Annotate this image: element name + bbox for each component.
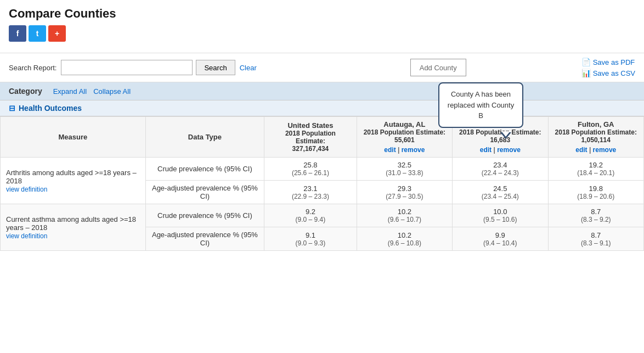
alamosa-edit-remove: edit | remove xyxy=(458,146,542,154)
tooltip-container: County A has been replaced with County B xyxy=(438,82,523,128)
county3-ci: (8.3 – 9.1) xyxy=(554,239,638,247)
county1-value-cell: 29.3(27.9 – 30.5) xyxy=(357,181,452,204)
data-type-cell: Crude prevalence % (95% CI) xyxy=(145,158,264,181)
twitter-button[interactable]: t xyxy=(29,25,46,42)
county3-value: 19.8 xyxy=(554,184,638,193)
county3-ci: (18.4 – 20.1) xyxy=(554,169,638,177)
fulton-remove-link[interactable]: remove xyxy=(593,146,617,154)
addthis-button[interactable]: + xyxy=(48,25,66,42)
county3-value: 8.7 xyxy=(554,208,638,216)
data-type-label: Age-adjusted prevalence % (95% CI) xyxy=(152,184,258,200)
county3-value: 19.2 xyxy=(554,161,638,169)
data-type-cell: Age-adjusted prevalence % (95% CI) xyxy=(145,181,264,204)
us-value-cell: 9.1(9.0 – 9.3) xyxy=(264,227,357,251)
county1-value-cell: 10.2(9.6 – 10.8) xyxy=(357,227,452,251)
county2-ci: (9.5 – 10.6) xyxy=(458,216,542,223)
alamosa-edit-link[interactable]: edit xyxy=(480,146,492,154)
us-name: United States xyxy=(270,121,351,130)
county1-value-cell: 10.2(9.6 – 10.7) xyxy=(357,204,452,227)
county2-value-cell: 24.5(23.4 – 25.4) xyxy=(453,181,548,204)
th-measure: Measure xyxy=(1,117,146,158)
section-title: Health Outcomes xyxy=(19,104,82,113)
county3-value-cell: 19.8(18.9 – 20.6) xyxy=(548,181,643,204)
us-pop-value: 327,167,434 xyxy=(270,145,351,153)
save-pdf-label: Save as PDF xyxy=(593,58,635,66)
county2-value-cell: 10.0(9.5 – 10.6) xyxy=(453,204,548,227)
county2-value: 23.4 xyxy=(458,161,542,169)
county2-value: 24.5 xyxy=(458,184,542,193)
fulton-name: Fulton, GA xyxy=(554,120,638,128)
save-pdf-link[interactable]: 📄 Save as PDF xyxy=(581,58,635,66)
data-type-cell: Age-adjusted prevalence % (95% CI) xyxy=(145,227,264,251)
us-value-cell: 25.8(25.6 – 26.1) xyxy=(264,158,357,181)
search-report-label: Search Report: xyxy=(9,64,57,72)
expand-all-link[interactable]: Expand All xyxy=(53,87,87,96)
view-def-link[interactable]: view definition xyxy=(6,186,47,193)
autauga-remove-link[interactable]: remove xyxy=(402,146,425,154)
data-type-label: Crude prevalence % (95% CI) xyxy=(157,211,252,220)
section-header: ⊟ Health Outcomes xyxy=(0,100,644,116)
fulton-edit-remove: edit | remove xyxy=(554,146,638,154)
county1-ci: (27.9 – 30.5) xyxy=(363,193,447,200)
page-header: Compare Counties f t + xyxy=(0,0,644,53)
alamosa-remove-link[interactable]: remove xyxy=(497,146,521,154)
us-value-cell: 23.1(22.9 – 23.3) xyxy=(264,181,357,204)
autauga-edit-remove: edit | remove xyxy=(363,146,447,154)
fulton-pop-value: 1,050,114 xyxy=(554,136,638,144)
county1-value: 10.2 xyxy=(363,208,447,216)
csv-icon: 📊 xyxy=(581,69,591,77)
county3-value-cell: 8.7(8.3 – 9.2) xyxy=(548,204,643,227)
us-ci: (22.9 – 23.3) xyxy=(270,193,351,200)
facebook-button[interactable]: f xyxy=(9,25,26,42)
county3-value-cell: 19.2(18.4 – 20.1) xyxy=(548,158,643,181)
us-ci: (9.0 – 9.3) xyxy=(270,239,351,247)
us-value: 25.8 xyxy=(270,161,351,169)
measure-text: Arthritis among adults aged >=18 years –… xyxy=(6,169,137,185)
search-button[interactable]: Search xyxy=(196,60,235,75)
save-csv-link[interactable]: 📊 Save as CSV xyxy=(581,69,635,77)
us-ci: (25.6 – 26.1) xyxy=(270,169,351,177)
th-datatype: Data Type xyxy=(145,117,264,158)
tooltip-arrow-inner xyxy=(501,131,510,137)
county3-ci: (18.9 – 20.6) xyxy=(554,193,638,200)
search-input[interactable] xyxy=(61,60,193,75)
export-links: 📄 Save as PDF 📊 Save as CSV xyxy=(581,58,635,77)
county1-ci: (9.6 – 10.8) xyxy=(363,239,447,247)
county3-value-cell: 8.7(8.3 – 9.1) xyxy=(548,227,643,251)
county3-value: 8.7 xyxy=(554,231,638,239)
section-toggle[interactable]: ⊟ xyxy=(9,104,15,113)
data-type-label: Age-adjusted prevalence % (95% CI) xyxy=(152,231,258,247)
county2-value: 10.0 xyxy=(458,208,542,216)
tooltip-bubble: County A has been replaced with County B xyxy=(438,82,523,128)
county2-value-cell: 23.4(22.4 – 24.3) xyxy=(453,158,548,181)
category-label: Category xyxy=(9,87,42,96)
autauga-pop-value: 55,601 xyxy=(363,136,447,144)
county2-value-cell: 9.9(9.4 – 10.4) xyxy=(453,227,548,251)
page-title: Compare Counties xyxy=(9,7,635,21)
th-county-fulton: Fulton, GA 2018 Population Estimate: 1,0… xyxy=(548,117,643,158)
county1-value: 29.3 xyxy=(363,184,447,193)
us-value: 9.1 xyxy=(270,231,351,239)
county2-ci: (9.4 – 10.4) xyxy=(458,239,542,247)
us-value: 9.2 xyxy=(270,208,351,216)
table-row: Arthritis among adults aged >=18 years –… xyxy=(1,158,644,181)
fulton-edit-link[interactable]: edit xyxy=(575,146,587,154)
data-type-label: Crude prevalence % (95% CI) xyxy=(157,165,252,173)
table-header-row: Measure Data Type United States 2018 Pop… xyxy=(1,117,644,158)
toolbar: Search Report: Search Clear Add County 📄… xyxy=(0,53,644,82)
data-type-cell: Crude prevalence % (95% CI) xyxy=(145,204,264,227)
us-value-cell: 9.2(9.0 – 9.4) xyxy=(264,204,357,227)
add-county-button[interactable]: Add County xyxy=(410,59,466,76)
data-table: Measure Data Type United States 2018 Pop… xyxy=(0,116,644,251)
th-united-states: United States 2018 Population Estimate: … xyxy=(264,117,357,158)
measure-cell-1: Current asthma among adults aged >=18 ye… xyxy=(1,204,146,251)
view-def-link[interactable]: view definition xyxy=(6,232,47,240)
autauga-pop-label: 2018 Population Estimate: xyxy=(363,128,447,136)
autauga-edit-link[interactable]: edit xyxy=(384,146,396,154)
us-value: 23.1 xyxy=(270,184,351,193)
county3-ci: (8.3 – 9.2) xyxy=(554,216,638,223)
county2-ci: (23.4 – 25.4) xyxy=(458,193,542,200)
collapse-all-link[interactable]: Collapse All xyxy=(93,87,131,96)
clear-link[interactable]: Clear xyxy=(240,64,257,72)
save-csv-label: Save as CSV xyxy=(593,69,635,77)
